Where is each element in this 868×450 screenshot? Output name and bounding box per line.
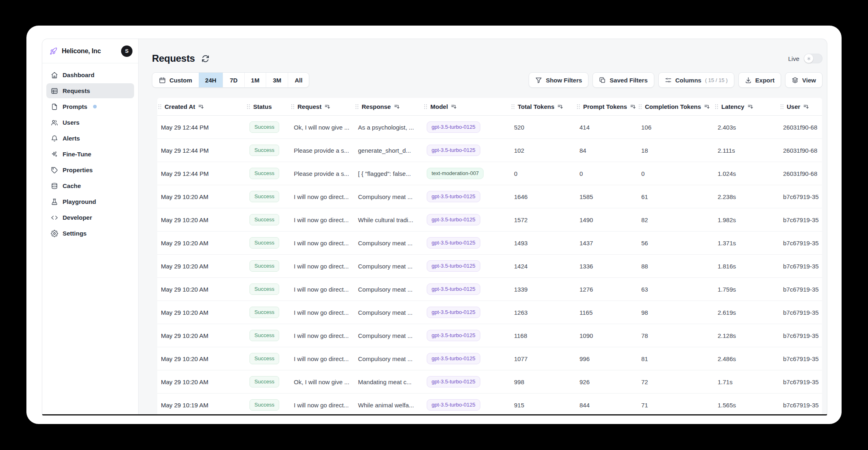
table-row[interactable]: May 29 12:44 PMSuccessPlease provide a s… — [157, 139, 822, 162]
cell-created_at: May 29 10:20 AM — [157, 193, 246, 200]
column-header-created-at[interactable]: Created At — [157, 103, 246, 110]
date-range-1m[interactable]: 1M — [244, 73, 266, 87]
column-header-total-tokens[interactable]: Total Tokens — [510, 103, 576, 110]
cell-created_at: May 29 10:20 AM — [157, 240, 246, 247]
sidebar-item-label: Dashboard — [63, 71, 94, 78]
date-range-custom-button[interactable]: Custom — [152, 73, 199, 87]
table-row[interactable]: May 29 12:44 PMSuccessPlease provide a s… — [157, 162, 822, 185]
sidebar-item-label: Fine-Tune — [63, 151, 91, 158]
column-label: Created At — [165, 103, 195, 110]
view-button[interactable]: View — [785, 72, 822, 88]
live-toggle[interactable] — [804, 54, 822, 63]
columns-button[interactable]: Columns ( 15 / 15 ) — [658, 72, 734, 88]
table-row[interactable]: May 29 10:20 AMSuccessI will now go dire… — [157, 301, 822, 324]
column-label: Total Tokens — [518, 103, 554, 110]
sort-icon — [803, 104, 809, 110]
sidebar-item-properties[interactable]: Properties — [46, 162, 134, 177]
cell-user: b7c67919-35 — [779, 193, 822, 200]
sidebar-item-fine-tune[interactable]: Fine-Tune — [46, 147, 134, 162]
sidebar-item-requests[interactable]: Requests — [46, 83, 134, 98]
sidebar-item-alerts[interactable]: Alerts — [46, 131, 134, 146]
cell-response: Compulsory meat ... — [354, 309, 423, 316]
status-badge: Success — [250, 237, 279, 249]
sidebar-item-prompts[interactable]: Prompts — [46, 99, 134, 114]
cell-status: Success — [246, 168, 290, 179]
column-header-request[interactable]: Request — [290, 103, 354, 110]
sidebar-item-dashboard[interactable]: Dashboard — [46, 67, 134, 82]
sidebar-item-playground[interactable]: Playground — [46, 194, 134, 209]
cell-request: I will now go direct... — [290, 216, 354, 223]
sidebar-item-cache[interactable]: Cache — [46, 178, 134, 193]
show-filters-button[interactable]: Show Filters — [529, 72, 588, 88]
sidebar-item-label: Settings — [63, 230, 87, 237]
cell-prompt_tokens: 1090 — [576, 332, 638, 339]
status-badge: Success — [250, 376, 279, 387]
table-icon — [50, 87, 58, 95]
sidebar-item-developer[interactable]: Developer — [46, 210, 134, 225]
table-row[interactable]: May 29 10:20 AMSuccessOk, I will now giv… — [157, 370, 822, 394]
org-switcher[interactable]: Helicone, Inc S — [42, 39, 138, 63]
column-label: Prompt Tokens — [583, 103, 627, 110]
sidebar-item-users[interactable]: Users — [46, 115, 134, 130]
table-row[interactable]: May 29 10:20 AMSuccessI will now go dire… — [157, 278, 822, 301]
model-badge: gpt-3.5-turbo-0125 — [427, 307, 480, 318]
cell-created_at: May 29 12:44 PM — [157, 170, 246, 177]
cell-response: Mandating meat c... — [354, 379, 423, 385]
cell-completion_tokens: 88 — [638, 263, 714, 270]
cell-response: Compulsory meat ... — [354, 332, 423, 339]
column-label: Completion Tokens — [645, 103, 701, 110]
table-row[interactable]: May 29 10:20 AMSuccessI will now go dire… — [157, 324, 822, 347]
cell-model: text-moderation-007 — [423, 168, 510, 179]
date-range-all[interactable]: All — [288, 73, 309, 87]
cell-prompt_tokens: 0 — [576, 170, 638, 177]
saved-filters-button[interactable]: Saved Filters — [592, 72, 654, 88]
cell-prompt_tokens: 1276 — [576, 286, 638, 293]
refresh-button[interactable] — [201, 54, 210, 63]
cell-user: b7c67919-35 — [779, 402, 822, 409]
cell-latency: 2.238s — [714, 193, 779, 200]
cell-status: Success — [246, 191, 290, 202]
cell-total_tokens: 102 — [510, 147, 576, 154]
column-label: User — [787, 103, 800, 110]
cell-request: I will now go direct... — [290, 355, 354, 362]
column-header-latency[interactable]: Latency — [714, 103, 779, 110]
column-header-model[interactable]: Model — [423, 103, 510, 110]
cell-request: I will now go direct... — [290, 240, 354, 247]
column-header-response[interactable]: Response — [354, 103, 423, 110]
cell-user: b7c67919-35 — [779, 240, 822, 247]
cell-request: I will now go direct... — [290, 193, 354, 200]
column-header-user[interactable]: User — [779, 103, 822, 110]
table-row[interactable]: May 29 10:20 AMSuccessI will now go dire… — [157, 185, 822, 208]
cell-prompt_tokens: 1585 — [576, 193, 638, 200]
cell-latency: 1.982s — [714, 216, 779, 223]
column-header-completion-tokens[interactable]: Completion Tokens — [638, 103, 714, 110]
column-header-status[interactable]: Status — [246, 103, 290, 110]
date-range-7d[interactable]: 7D — [223, 73, 244, 87]
rocket-icon — [50, 47, 57, 55]
table-row[interactable]: May 29 10:20 AMSuccessI will now go dire… — [157, 255, 822, 278]
model-badge: gpt-3.5-turbo-0125 — [427, 145, 480, 156]
status-badge: Success — [250, 399, 279, 411]
date-range-selector: Custom 24H7D1M3MAll — [152, 72, 309, 88]
date-range-3m[interactable]: 3M — [266, 73, 288, 87]
cell-model: gpt-3.5-turbo-0125 — [423, 283, 510, 295]
flask-icon — [50, 198, 58, 206]
table-row[interactable]: May 29 10:20 AMSuccessI will now go dire… — [157, 208, 822, 231]
cell-prompt_tokens: 1490 — [576, 216, 638, 223]
download-icon — [745, 77, 752, 84]
toolbar-buttons: Show Filters Saved Filters — [529, 72, 822, 88]
cell-response: generate_short_d... — [354, 147, 423, 154]
cell-model: gpt-3.5-turbo-0125 — [423, 399, 510, 411]
cell-latency: 1.024s — [714, 170, 779, 177]
sidebar-item-settings[interactable]: Settings — [46, 226, 134, 241]
column-header-prompt-tokens[interactable]: Prompt Tokens — [576, 103, 638, 110]
home-icon — [50, 71, 58, 79]
table-row[interactable]: May 29 12:44 PMSuccessOk, I will now giv… — [157, 116, 822, 139]
table-row[interactable]: May 29 10:20 AMSuccessI will now go dire… — [157, 231, 822, 255]
status-badge: Success — [250, 145, 279, 156]
export-button[interactable]: Export — [738, 72, 781, 88]
date-range-24h[interactable]: 24H — [199, 73, 223, 87]
table-row[interactable]: May 29 10:19 AMSuccessI will now go dire… — [157, 394, 822, 414]
avatar[interactable]: S — [121, 45, 132, 57]
table-row[interactable]: May 29 10:20 AMSuccessI will now go dire… — [157, 347, 822, 370]
